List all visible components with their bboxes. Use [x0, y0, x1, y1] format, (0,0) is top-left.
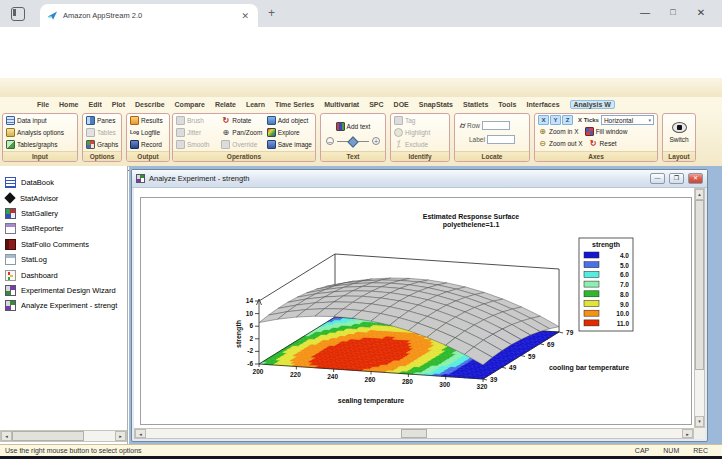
analyze-experiment-icon — [5, 300, 16, 311]
browser-close-button[interactable]: ✕ — [690, 7, 712, 18]
graphs-button[interactable]: Graphs — [86, 138, 118, 150]
scroll-right-icon[interactable]: ▸ — [115, 431, 126, 441]
text-size-slider[interactable]: – + — [324, 137, 382, 145]
panes-button[interactable]: Panes — [86, 115, 118, 127]
statreporter-icon — [5, 223, 16, 234]
child-close-button[interactable]: ✕ — [688, 173, 703, 184]
rotate-button[interactable]: ↻Rotate — [221, 115, 266, 127]
exclude-button[interactable]: ⁒Exclude — [394, 138, 446, 150]
menu-tools[interactable]: Tools — [498, 101, 516, 108]
analysis-options-button[interactable]: Analysis options — [6, 127, 74, 139]
svg-text:79: 79 — [566, 329, 574, 336]
switch-label[interactable]: Switch — [669, 136, 688, 143]
horizontal-scrollbar[interactable]: ◂ ▸ — [134, 428, 694, 439]
zoom-in-x-button[interactable]: ⊕Zoom in X — [538, 126, 579, 138]
override-button[interactable]: Override — [221, 138, 266, 150]
sidebar-item-statadvisor[interactable]: StatAdvisor — [0, 190, 127, 205]
menu-interfaces[interactable]: Interfaces — [526, 101, 559, 108]
results-button[interactable]: Results — [130, 115, 166, 127]
svg-text:6.0: 6.0 — [620, 271, 629, 278]
tag-button[interactable]: Tag — [394, 115, 446, 127]
child-maximize-button[interactable]: ❐ — [669, 173, 684, 184]
xticks-dropdown[interactable]: Horizontal▾ — [601, 115, 654, 125]
child-window-title-bar[interactable]: Analyze Experiment - strength — ❐ ✕ — [132, 170, 707, 188]
pan-zoom-icon: ⊕ — [221, 128, 230, 137]
menu-statlets[interactable]: Statlets — [463, 101, 488, 108]
new-tab-button[interactable]: + — [268, 6, 275, 20]
sidebar-item-analyze-experiment[interactable]: Analyze Experiment - strengt — [0, 298, 127, 313]
save-image-button[interactable]: Save image — [267, 138, 312, 150]
results-icon — [130, 116, 139, 125]
scroll-left-icon[interactable]: ◂ — [1, 431, 12, 441]
label-input[interactable] — [487, 135, 515, 144]
pan-zoom-button[interactable]: ⊕Pan/Zoom — [221, 127, 266, 139]
menu-doe[interactable]: DOE — [394, 101, 409, 108]
response-surface-chart[interactable]: 200220240260280300320-6-2261014394959697… — [141, 198, 691, 424]
reset-button[interactable]: ↻Reset — [589, 138, 617, 150]
browser-maximize-button[interactable]: □ — [662, 7, 684, 17]
scroll-up-icon[interactable]: ▴ — [695, 189, 704, 200]
sidebar-item-design-wizard[interactable]: Experimental Design Wizard — [0, 283, 127, 298]
svg-text:11.0: 11.0 — [617, 320, 630, 327]
axis-z-button[interactable]: Z — [562, 115, 573, 125]
child-minimize-button[interactable]: — — [650, 173, 665, 184]
data-input-button[interactable]: Data input — [6, 115, 74, 127]
add-object-button[interactable]: Add object — [267, 115, 312, 127]
menu-plot[interactable]: Plot — [112, 101, 125, 108]
menu-describe[interactable]: Describe — [135, 101, 165, 108]
sidebar-item-dashboard[interactable]: Dashboard — [0, 267, 127, 282]
jitter-button[interactable]: Jitter — [176, 127, 221, 139]
switch-eye-icon[interactable] — [672, 122, 687, 133]
slider-thumb[interactable] — [347, 136, 358, 147]
browser-minimize-button[interactable]: — — [634, 7, 656, 18]
add-text-button[interactable]: Add text — [324, 120, 382, 132]
menu-learn[interactable]: Learn — [246, 101, 265, 108]
ribbon-group-label: Operations — [173, 151, 315, 161]
menu-file[interactable]: File — [37, 101, 49, 108]
highlight-button[interactable]: Highlight — [394, 127, 446, 139]
axis-x-button[interactable]: X — [538, 115, 549, 125]
tables-button[interactable]: Tables — [86, 127, 118, 139]
scroll-down-icon[interactable]: ▾ — [695, 416, 704, 427]
sidebar-item-statfolio-comments[interactable]: StatFolio Comments — [0, 237, 127, 252]
record-button[interactable]: Record — [130, 138, 166, 150]
statlog-icon — [5, 254, 16, 265]
sidebar-item-statreporter[interactable]: StatReporter — [0, 221, 127, 236]
menu-compare[interactable]: Compare — [175, 101, 205, 108]
sidebar-item-databook[interactable]: DataBook — [0, 175, 127, 190]
sidebar-item-statgallery[interactable]: StatGallery — [0, 206, 127, 221]
menu-time-series[interactable]: Time Series — [275, 101, 314, 108]
menu-analysis-window[interactable]: Analysis W — [570, 100, 615, 109]
fill-window-icon — [585, 127, 594, 136]
menu-home[interactable]: Home — [59, 101, 78, 108]
scroll-left-icon[interactable]: ◂ — [135, 429, 146, 438]
zoom-out-x-button[interactable]: ⊖Zoom out X — [538, 138, 583, 150]
browser-tab[interactable]: Amazon AppStream 2.0 ✕ — [40, 4, 258, 27]
scroll-right-icon[interactable]: ▸ — [682, 429, 693, 438]
menu-edit[interactable]: Edit — [89, 101, 102, 108]
fill-window-button[interactable]: Fill window — [585, 126, 628, 138]
chart-pane[interactable]: 200220240260280300320-6-2261014394959697… — [140, 197, 692, 425]
svg-text:14: 14 — [246, 297, 254, 304]
menu-snapstats[interactable]: SnapStats — [419, 101, 453, 108]
smooth-button[interactable]: Smooth — [176, 138, 221, 150]
menu-spc[interactable]: SPC — [369, 101, 383, 108]
design-wizard-icon — [5, 285, 16, 296]
vertical-scrollbar[interactable]: ▴ ▾ — [694, 188, 705, 428]
logfile-button[interactable]: LogLogfile — [130, 127, 166, 139]
sidebar-horizontal-scrollbar[interactable]: ◂ ▸ — [0, 430, 127, 442]
brush-button[interactable]: Brush — [176, 115, 221, 127]
tables-graphs-button[interactable]: Tables/graphs — [6, 138, 74, 150]
axis-y-button[interactable]: Y — [550, 115, 561, 125]
tab-close-icon[interactable]: ✕ — [239, 11, 251, 21]
slider-plus-icon[interactable]: + — [372, 137, 380, 145]
data-input-icon — [6, 116, 15, 125]
row-input[interactable] — [482, 121, 510, 130]
explore-button[interactable]: Explore — [267, 127, 312, 139]
menu-multivariate[interactable]: Multivariat — [324, 101, 359, 108]
sidebar-item-statlog[interactable]: StatLog — [0, 252, 127, 267]
tab-search-icon[interactable] — [11, 7, 25, 21]
slider-minus-icon[interactable]: – — [326, 137, 334, 145]
svg-text:7.0: 7.0 — [620, 281, 629, 288]
menu-relate[interactable]: Relate — [215, 101, 236, 108]
